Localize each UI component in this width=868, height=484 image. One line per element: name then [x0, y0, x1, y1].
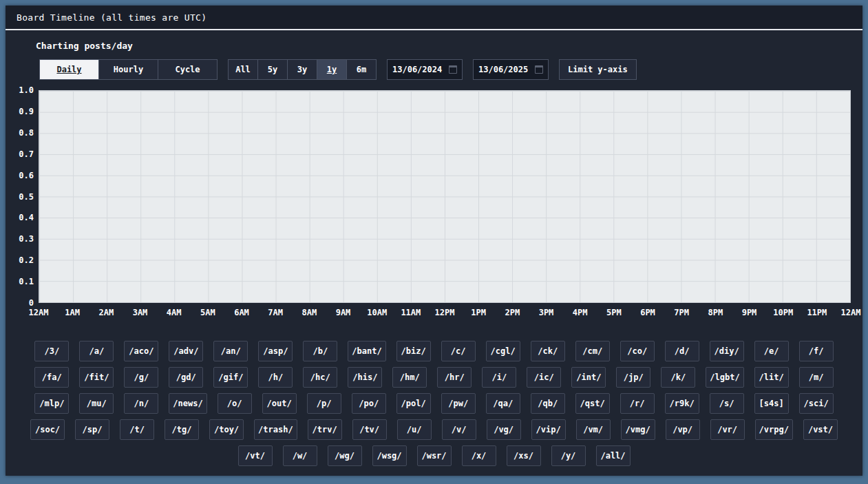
board-button-hc[interactable]: /hc/ [303, 367, 337, 388]
board-button-pol[interactable]: /pol/ [396, 393, 431, 414]
board-button-bant[interactable]: /bant/ [348, 341, 385, 361]
date-from-input[interactable]: 13/06/2024 [387, 59, 463, 80]
x-axis-tick: 10AM [367, 308, 387, 317]
board-button-an[interactable]: /an/ [213, 341, 248, 361]
range-button-6m[interactable]: 6m [346, 59, 377, 80]
board-button-biz[interactable]: /biz/ [396, 341, 431, 361]
board-button-vip[interactable]: /vip/ [531, 419, 566, 440]
board-button-r9k[interactable]: /r9k/ [665, 393, 699, 414]
board-button-s4s[interactable]: [s4s] [754, 393, 789, 414]
x-axis-tick: 1PM [471, 308, 486, 317]
board-button-wsg[interactable]: /wsg/ [372, 445, 407, 466]
board-button-hm[interactable]: /hm/ [392, 367, 427, 388]
board-button-vr[interactable]: /vr/ [710, 419, 745, 440]
board-button-d[interactable]: /d/ [665, 341, 699, 361]
board-button-wsr[interactable]: /wsr/ [417, 445, 452, 466]
board-button-his[interactable]: /his/ [348, 367, 382, 388]
board-button-f[interactable]: /f/ [799, 341, 834, 361]
board-button-vg[interactable]: /vg/ [487, 419, 521, 440]
board-button-hr[interactable]: /hr/ [437, 367, 472, 388]
board-button-w[interactable]: /w/ [283, 445, 317, 466]
board-button-vrpg[interactable]: /vrpg/ [755, 419, 793, 440]
board-button-vst[interactable]: /vst/ [803, 419, 838, 440]
board-timeline-panel: Board Timeline (all times are UTC) Chart… [6, 6, 862, 476]
board-button-tg[interactable]: /tg/ [165, 419, 199, 440]
mode-button-hourly[interactable]: Hourly [98, 59, 158, 80]
board-button-co[interactable]: /co/ [620, 341, 655, 361]
board-button-vmg[interactable]: /vmg/ [621, 419, 655, 440]
board-button-b[interactable]: /b/ [303, 341, 337, 361]
board-button-toy[interactable]: /toy/ [209, 419, 244, 440]
board-button-o[interactable]: /o/ [218, 393, 252, 414]
board-button-diy[interactable]: /diy/ [710, 341, 744, 361]
board-button-gd[interactable]: /gd/ [169, 367, 203, 388]
board-button-k[interactable]: /k/ [661, 367, 695, 388]
board-button-v[interactable]: /v/ [442, 419, 476, 440]
board-button-sp[interactable]: /sp/ [75, 419, 109, 440]
board-button-mu[interactable]: /mu/ [79, 393, 114, 414]
board-button-ck[interactable]: /ck/ [531, 341, 565, 361]
board-button-xs[interactable]: /xs/ [507, 445, 541, 466]
board-button-gif[interactable]: /gif/ [213, 367, 248, 388]
board-button-3[interactable]: /3/ [34, 341, 69, 361]
board-button-aco[interactable]: /aco/ [124, 341, 158, 361]
board-button-qst[interactable]: /qst/ [575, 393, 610, 414]
board-button-m[interactable]: /m/ [799, 367, 834, 388]
board-button-qb[interactable]: /qb/ [531, 393, 565, 414]
limit-y-axis-button[interactable]: Limit y-axis [559, 59, 637, 80]
board-button-ic[interactable]: /ic/ [527, 367, 561, 388]
board-button-cm[interactable]: /cm/ [575, 341, 610, 361]
board-button-news[interactable]: /news/ [169, 393, 207, 414]
board-button-tv[interactable]: /tv/ [352, 419, 387, 440]
range-button-3y[interactable]: 3y [287, 59, 317, 80]
range-button-all[interactable]: All [228, 59, 258, 80]
board-button-lgbt[interactable]: /lgbt/ [706, 367, 743, 388]
board-button-p[interactable]: /p/ [307, 393, 341, 414]
mode-button-daily[interactable]: Daily [39, 59, 99, 80]
board-button-cgl[interactable]: /cgl/ [486, 341, 520, 361]
board-button-i[interactable]: /i/ [482, 367, 516, 388]
board-button-lit[interactable]: /lit/ [754, 367, 789, 388]
board-button-y[interactable]: /y/ [551, 445, 586, 466]
board-button-jp[interactable]: /jp/ [616, 367, 650, 388]
board-button-qa[interactable]: /qa/ [486, 393, 520, 414]
board-button-trash[interactable]: /trash/ [254, 419, 297, 440]
board-button-h[interactable]: /h/ [258, 367, 293, 388]
x-axis-tick: 11AM [401, 308, 421, 317]
range-button-1y[interactable]: 1y [317, 59, 347, 80]
calendar-icon[interactable] [535, 65, 543, 74]
board-button-soc[interactable]: /soc/ [30, 419, 65, 440]
board-button-u[interactable]: /u/ [397, 419, 432, 440]
board-button-n[interactable]: /n/ [124, 393, 158, 414]
board-button-a[interactable]: /a/ [79, 341, 114, 361]
x-axis-tick: 1AM [65, 308, 80, 317]
x-axis-tick: 7AM [268, 308, 283, 317]
board-button-pw[interactable]: /pw/ [441, 393, 476, 414]
board-button-int[interactable]: /int/ [571, 367, 606, 388]
board-button-all[interactable]: /all/ [596, 445, 631, 466]
board-button-sci[interactable]: /sci/ [799, 393, 834, 414]
board-button-x[interactable]: /x/ [462, 445, 496, 466]
calendar-icon[interactable] [449, 65, 457, 74]
board-button-vm[interactable]: /vm/ [576, 419, 611, 440]
board-button-e[interactable]: /e/ [754, 341, 789, 361]
date-to-input[interactable]: 13/06/2025 [473, 59, 549, 80]
board-button-vt[interactable]: /vt/ [238, 445, 273, 466]
board-button-fit[interactable]: /fit/ [79, 367, 114, 388]
board-button-vp[interactable]: /vp/ [666, 419, 700, 440]
board-button-fa[interactable]: /fa/ [34, 367, 69, 388]
range-button-5y[interactable]: 5y [257, 59, 288, 80]
board-button-asp[interactable]: /asp/ [258, 341, 293, 361]
board-button-mlp[interactable]: /mlp/ [34, 393, 69, 414]
board-button-c[interactable]: /c/ [441, 341, 476, 361]
board-button-r[interactable]: /r/ [620, 393, 655, 414]
mode-button-cycle[interactable]: Cycle [158, 59, 218, 80]
board-button-g[interactable]: /g/ [124, 367, 158, 388]
board-button-t[interactable]: /t/ [120, 419, 154, 440]
board-button-s[interactable]: /s/ [710, 393, 744, 414]
board-button-wg[interactable]: /wg/ [328, 445, 362, 466]
board-button-trv[interactable]: /trv/ [308, 419, 342, 440]
board-button-po[interactable]: /po/ [352, 393, 386, 414]
board-button-adv[interactable]: /adv/ [169, 341, 203, 361]
board-button-out[interactable]: /out/ [262, 393, 297, 414]
